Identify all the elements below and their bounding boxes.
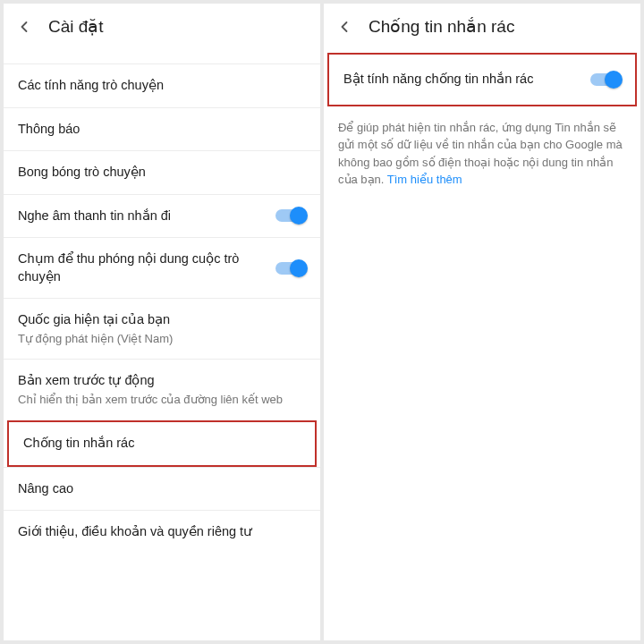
back-icon[interactable] xyxy=(335,17,354,37)
item-chat-features[interactable]: Các tính năng trò chuyện xyxy=(4,64,320,107)
spam-protection-screen: Chống tin nhắn rác Bật tính năng chống t… xyxy=(324,4,640,640)
item-chat-bubbles[interactable]: Bong bóng trò chuyện xyxy=(4,150,320,194)
item-label: Chụm để thu phóng nội dung cuộc trò chuy… xyxy=(18,250,267,285)
description-block: Để giúp phát hiện tin nhắn rác, ứng dụng… xyxy=(324,106,640,201)
page-title: Chống tin nhắn rác xyxy=(369,16,514,37)
item-label: Giới thiệu, điều khoản và quyền riêng tư xyxy=(18,523,306,541)
item-spam-protection[interactable]: Chống tin nhắn rác xyxy=(9,422,315,465)
item-label: Chống tin nhắn rác xyxy=(23,435,301,453)
toggle-switch[interactable] xyxy=(275,262,306,275)
description-text: Để giúp phát hiện tin nhắn rác, ứng dụng… xyxy=(338,121,623,187)
item-advanced[interactable]: Nâng cao xyxy=(4,467,320,511)
item-label: Bong bóng trò chuyện xyxy=(18,164,306,182)
item-enable-spam-protection[interactable]: Bật tính năng chống tin nhắn rác xyxy=(329,55,635,105)
item-label: Bản xem trước tự động xyxy=(18,372,306,390)
settings-screen: Cài đặt Các tính năng trò chuyện Thông b… xyxy=(4,4,320,640)
item-label: Nâng cao xyxy=(18,480,306,498)
item-label: Bật tính năng chống tin nhắn rác xyxy=(343,71,581,89)
back-icon[interactable] xyxy=(14,17,34,37)
header: Cài đặt xyxy=(4,4,320,47)
item-label: Quốc gia hiện tại của bạn xyxy=(18,311,306,329)
item-label: Các tính năng trò chuyện xyxy=(18,77,306,95)
header: Chống tin nhắn rác xyxy=(324,4,640,47)
item-outgoing-sound[interactable]: Nghe âm thanh tin nhắn đi xyxy=(4,194,320,238)
item-pinch-zoom[interactable]: Chụm để thu phóng nội dung cuộc trò chuy… xyxy=(4,237,320,298)
page-title: Cài đặt xyxy=(48,16,104,37)
item-auto-preview[interactable]: Bản xem trước tự động Chỉ hiển thị bản x… xyxy=(4,359,320,419)
toggle-switch[interactable] xyxy=(590,73,621,86)
item-notifications[interactable]: Thông báo xyxy=(4,107,320,151)
item-current-country[interactable]: Quốc gia hiện tại của bạn Tự động phát h… xyxy=(4,298,320,359)
learn-more-link[interactable]: Tìm hiểu thêm xyxy=(387,173,462,186)
toggle-switch[interactable] xyxy=(275,209,306,222)
item-label: Nghe âm thanh tin nhắn đi xyxy=(18,208,267,225)
item-sublabel: Tự động phát hiện (Việt Nam) xyxy=(18,331,306,347)
item-sublabel: Chỉ hiển thị bản xem trước của đường liê… xyxy=(18,392,306,408)
item-about-terms-privacy[interactable]: Giới thiệu, điều khoản và quyền riêng tư xyxy=(4,510,320,554)
highlighted-enable-spam: Bật tính năng chống tin nhắn rác xyxy=(327,53,637,106)
item-label: Thông báo xyxy=(18,121,306,139)
highlighted-spam-protection: Chống tin nhắn rác xyxy=(7,420,317,467)
